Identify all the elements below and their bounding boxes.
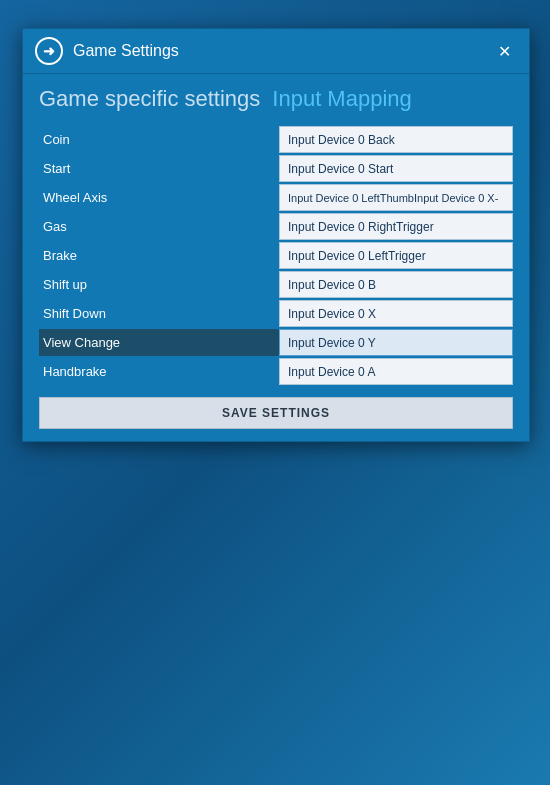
input-value[interactable]: Input Device 0 A [279,358,513,385]
mapping-row: View Change Input Device 0 Y [39,329,513,356]
mapping-rows: Coin Input Device 0 Back Start Input Dev… [39,126,513,387]
action-label: Handbrake [39,358,279,385]
title-bar: ➜ Game Settings ✕ [23,29,529,74]
input-value[interactable]: Input Device 0 LeftTrigger [279,242,513,269]
mapping-container: Coin Input Device 0 Back Start Input Dev… [39,126,513,387]
mapping-row: Gas Input Device 0 RightTrigger [39,213,513,240]
input-value[interactable]: Input Device 0 LeftThumbInput Device 0 X… [279,184,513,211]
window-icon: ➜ [35,37,63,65]
mapping-row: Handbrake Input Device 0 A [39,358,513,385]
action-label: View Change [39,329,279,356]
input-value[interactable]: Input Device 0 X [279,300,513,327]
save-button-row: SAVE SETTINGS [39,397,513,429]
window-title: Game Settings [73,42,179,60]
input-value[interactable]: Input Device 0 Y [279,329,513,356]
save-settings-button[interactable]: SAVE SETTINGS [39,397,513,429]
mapping-row: Brake Input Device 0 LeftTrigger [39,242,513,269]
input-value[interactable]: Input Device 0 RightTrigger [279,213,513,240]
input-value[interactable]: Input Device 0 Start [279,155,513,182]
action-label: Gas [39,213,279,240]
action-label: Start [39,155,279,182]
game-settings-window: ➜ Game Settings ✕ Game specific settings… [22,28,530,442]
action-label: Brake [39,242,279,269]
action-label: Wheel Axis [39,184,279,211]
section-header: Game specific settings Input Mapping [39,86,513,112]
input-value[interactable]: Input Device 0 B [279,271,513,298]
mapping-row: Shift up Input Device 0 B [39,271,513,298]
input-value[interactable]: Input Device 0 Back [279,126,513,153]
mapping-row: Start Input Device 0 Start [39,155,513,182]
sub-section-title: Input Mapping [272,86,411,112]
action-label: Shift up [39,271,279,298]
window-content: Game specific settings Input Mapping Coi… [23,74,529,441]
mapping-row: Wheel Axis Input Device 0 LeftThumbInput… [39,184,513,211]
action-label: Coin [39,126,279,153]
mapping-row: Shift Down Input Device 0 X [39,300,513,327]
mapping-row: Coin Input Device 0 Back [39,126,513,153]
title-bar-left: ➜ Game Settings [35,37,179,65]
action-label: Shift Down [39,300,279,327]
close-button[interactable]: ✕ [492,40,517,63]
main-section-title: Game specific settings [39,86,260,112]
